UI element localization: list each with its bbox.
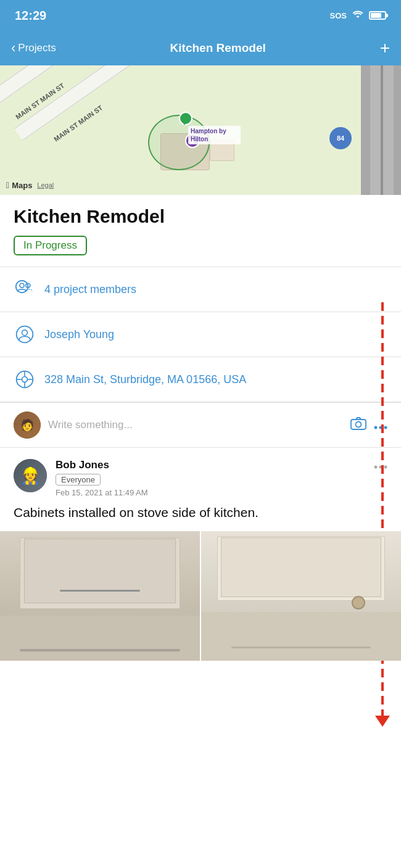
maps-branding:  Maps Legal — [6, 180, 54, 190]
svg-point-15 — [384, 426, 387, 429]
post-body: Cabinets installed on stove side of kitc… — [14, 503, 387, 521]
audience-badge: Everyone — [56, 474, 101, 486]
project-title: Kitchen Remodel — [14, 206, 387, 227]
svg-point-4 — [22, 330, 28, 336]
svg-point-1 — [20, 283, 24, 287]
status-bar: 12:29 SOS — [0, 0, 401, 31]
svg-point-12 — [356, 422, 362, 428]
post-input[interactable]: Write something... — [48, 419, 343, 431]
post-options-button[interactable] — [374, 459, 387, 472]
sos-indicator: SOS — [330, 11, 347, 20]
post-images — [0, 531, 401, 661]
members-count: 4 project members — [44, 283, 136, 296]
legal-label: Legal — [37, 181, 54, 189]
owner-name: Joseph Young — [44, 328, 114, 341]
svg-rect-11 — [351, 420, 366, 429]
post-header: 👷 Bob Jones Everyone Feb 15, 2021 at 11:… — [14, 459, 387, 497]
back-label: Projects — [18, 42, 56, 54]
nav-bar: ‹ Projects Kitchen Remodel + — [0, 31, 401, 65]
status-time: 12:29 — [15, 9, 46, 23]
camera-button[interactable] — [350, 416, 366, 434]
status-icons: SOS — [330, 10, 386, 21]
owner-row[interactable]: Joseph Young — [0, 312, 401, 357]
map-view[interactable]: MAIN ST MAIN ST MAIN ST MAIN ST 84 Hampt… — [0, 65, 401, 195]
svg-point-18 — [384, 466, 387, 469]
post-input-area[interactable]: 🧑 Write something... — [0, 402, 401, 448]
more-options-button[interactable] — [374, 418, 387, 432]
post-image-1 — [0, 531, 200, 661]
location-label: Hampton by Hilton — [188, 126, 241, 144]
address-text: 328 Main St, Sturbridge, MA 01566, USA — [44, 373, 246, 386]
status-badge[interactable]: In Progress — [14, 236, 87, 255]
add-button[interactable]: + — [380, 39, 390, 57]
avatar-image: 🧑 — [14, 411, 41, 439]
back-arrow-icon: ‹ — [11, 41, 15, 55]
post-image-2 — [201, 531, 401, 661]
post-card: 👷 Bob Jones Everyone Feb 15, 2021 at 11:… — [0, 448, 401, 521]
back-button[interactable]: ‹ Projects — [11, 41, 56, 55]
post-author-avatar: 👷 — [14, 459, 47, 492]
members-icon — [14, 278, 36, 300]
post-timestamp: Feb 15, 2021 at 11:49 AM — [56, 488, 365, 497]
nav-title: Kitchen Remodel — [170, 41, 266, 55]
battery-icon — [369, 11, 386, 20]
highway-shield: 84 — [329, 127, 352, 149]
svg-point-13 — [374, 426, 378, 429]
members-row[interactable]: 4 project members — [0, 267, 401, 312]
svg-point-16 — [374, 466, 378, 469]
highway-number: 84 — [337, 134, 344, 142]
current-user-avatar: 🧑 — [14, 411, 41, 439]
svg-point-6 — [22, 377, 28, 382]
owner-icon — [14, 323, 36, 345]
address-row[interactable]: 328 Main St, Sturbridge, MA 01566, USA — [0, 357, 401, 402]
post-meta: Bob Jones Everyone Feb 15, 2021 at 11:49… — [56, 459, 365, 497]
location-pin — [179, 112, 190, 126]
location-icon — [14, 368, 36, 391]
project-content: Kitchen Remodel In Progress — [0, 195, 401, 267]
post-author-name: Bob Jones — [56, 459, 365, 471]
maps-label: Maps — [12, 181, 32, 190]
svg-point-3 — [17, 326, 33, 343]
scroll-arrow — [375, 716, 390, 727]
wifi-icon — [352, 10, 364, 21]
